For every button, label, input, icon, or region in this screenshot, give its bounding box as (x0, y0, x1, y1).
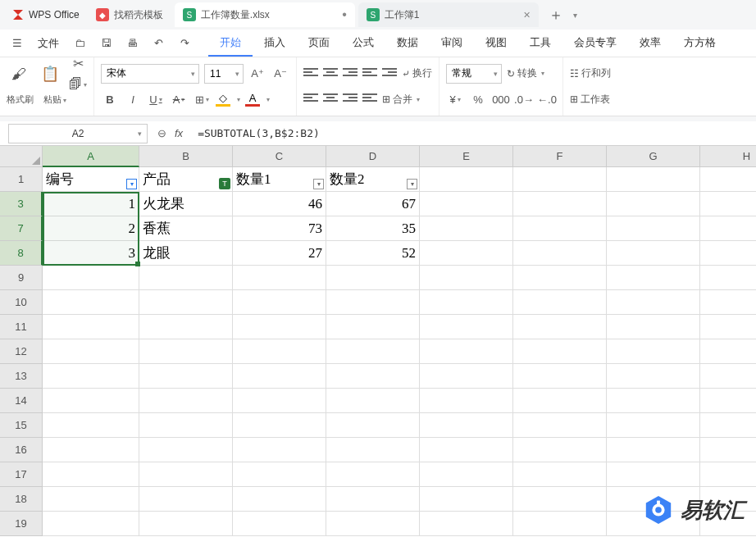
cell-A10[interactable] (43, 290, 139, 315)
number-format-select[interactable]: 常规 (446, 64, 502, 84)
cell-D1[interactable]: 数量2▾ (326, 167, 420, 192)
cell-E9[interactable] (420, 266, 513, 290)
decrease-font-icon[interactable]: A⁻ (271, 65, 289, 83)
col-header-A[interactable]: A (43, 146, 139, 167)
comma-icon[interactable]: 000 (492, 90, 510, 108)
cell-C3[interactable]: 46 (233, 192, 326, 216)
cell-H15[interactable] (700, 413, 756, 438)
menu-数据[interactable]: 数据 (385, 30, 430, 57)
col-header-E[interactable]: E (420, 146, 513, 167)
align-right-icon[interactable] (343, 93, 358, 105)
cell-E11[interactable] (420, 315, 513, 339)
cell-D7[interactable]: 35 (326, 216, 420, 241)
font-color-button[interactable]: A (245, 93, 260, 107)
name-box[interactable]: A2 (8, 124, 148, 143)
row-header-16[interactable]: 16 (0, 438, 43, 462)
strikethrough-button[interactable]: A▾ (170, 90, 188, 108)
cell-B10[interactable] (139, 290, 233, 315)
row-header-13[interactable]: 13 (0, 364, 43, 389)
formula-input[interactable]: =SUBTOTAL(3,B$2:B2) (193, 127, 756, 139)
cell-C7[interactable]: 73 (233, 216, 326, 241)
row-header-9[interactable]: 9 (0, 266, 43, 290)
menu-开始[interactable]: 开始 (208, 30, 253, 57)
underline-button[interactable]: U▾ (147, 90, 165, 108)
cell-C10[interactable] (233, 290, 326, 315)
cell-D10[interactable] (326, 290, 420, 315)
cell-E3[interactable] (420, 192, 513, 216)
decrease-decimal-icon[interactable]: ←.0 (538, 90, 556, 108)
menu-页面[interactable]: 页面 (297, 30, 341, 57)
cell-B14[interactable] (139, 389, 233, 413)
cell-A11[interactable] (43, 315, 139, 339)
cell-G8[interactable] (607, 241, 700, 266)
file-menu[interactable]: 文件 (33, 36, 64, 51)
merge-button[interactable]: ⊞合并▾ (382, 93, 420, 107)
cell-B12[interactable] (139, 339, 233, 364)
menu-审阅[interactable]: 审阅 (430, 30, 474, 57)
close-icon[interactable]: ✕ (523, 10, 531, 20)
filter-dropdown-icon[interactable]: ▾ (126, 179, 137, 189)
cell-F8[interactable] (513, 241, 607, 266)
cell-D8[interactable]: 52 (326, 241, 420, 266)
align-left-icon[interactable] (303, 93, 318, 105)
cell-F9[interactable] (513, 266, 607, 290)
cell-D17[interactable] (326, 462, 420, 487)
cell-F12[interactable] (513, 339, 607, 364)
cancel-formula-icon[interactable]: ⊖ (157, 127, 166, 139)
cell-A12[interactable] (43, 339, 139, 364)
cell-D15[interactable] (326, 413, 420, 438)
cell-E7[interactable] (420, 216, 513, 241)
menu-视图[interactable]: 视图 (474, 30, 518, 57)
cell-G17[interactable] (607, 462, 700, 487)
cell-C8[interactable]: 27 (233, 241, 326, 266)
tab-dropdown-icon[interactable]: ▾ (573, 11, 577, 20)
cell-E14[interactable] (420, 389, 513, 413)
cell-B7[interactable]: 香蕉 (139, 216, 233, 241)
cell-A1[interactable]: 编号▾ (43, 167, 139, 192)
cell-G11[interactable] (607, 315, 700, 339)
font-size-select[interactable]: 11 (204, 64, 244, 84)
cell-C9[interactable] (233, 266, 326, 290)
print-icon[interactable]: 🖶 (121, 33, 143, 54)
cell-F19[interactable] (513, 512, 607, 536)
row-header-10[interactable]: 10 (0, 290, 43, 315)
cell-F7[interactable] (513, 216, 607, 241)
menu-icon[interactable]: ☰ (7, 33, 28, 54)
align-bottom-icon[interactable] (343, 68, 358, 80)
cell-D13[interactable] (326, 364, 420, 389)
row-header-7[interactable]: 7 (0, 216, 43, 241)
cell-H12[interactable] (700, 339, 756, 364)
cell-E18[interactable] (420, 487, 513, 512)
filter-dropdown-icon[interactable]: ▾ (313, 179, 324, 189)
cell-F13[interactable] (513, 364, 607, 389)
cell-E19[interactable] (420, 512, 513, 536)
col-header-H[interactable]: H (700, 146, 756, 167)
cell-A14[interactable] (43, 389, 139, 413)
cell-B9[interactable] (139, 266, 233, 290)
cell-B16[interactable] (139, 438, 233, 462)
cell-F16[interactable] (513, 438, 607, 462)
cell-H16[interactable] (700, 438, 756, 462)
cell-C1[interactable]: 数量1▾ (233, 167, 326, 192)
row-header-11[interactable]: 11 (0, 315, 43, 339)
cell-E16[interactable] (420, 438, 513, 462)
cell-E17[interactable] (420, 462, 513, 487)
cell-D3[interactable]: 67 (326, 192, 420, 216)
cell-B1[interactable]: 产品T (139, 167, 233, 192)
cell-G15[interactable] (607, 413, 700, 438)
col-header-B[interactable]: B (139, 146, 233, 167)
cut-icon[interactable]: ✂ (69, 54, 87, 72)
indent-left-icon[interactable] (362, 68, 377, 80)
cell-H14[interactable] (700, 389, 756, 413)
cell-G13[interactable] (607, 364, 700, 389)
cell-E10[interactable] (420, 290, 513, 315)
cell-D18[interactable] (326, 487, 420, 512)
open-icon[interactable]: 🗀 (69, 33, 90, 54)
convert-button[interactable]: ↻转换▾ (507, 66, 544, 80)
tab-workbook-2[interactable]: S 工作簿1 ✕ (358, 2, 539, 27)
filter-badge-icon[interactable]: T (219, 178, 230, 189)
cell-D14[interactable] (326, 389, 420, 413)
cell-H1[interactable] (700, 167, 756, 192)
cell-G16[interactable] (607, 438, 700, 462)
tab-workbook-1[interactable]: S 工作簿数量.xlsx • (175, 2, 355, 27)
